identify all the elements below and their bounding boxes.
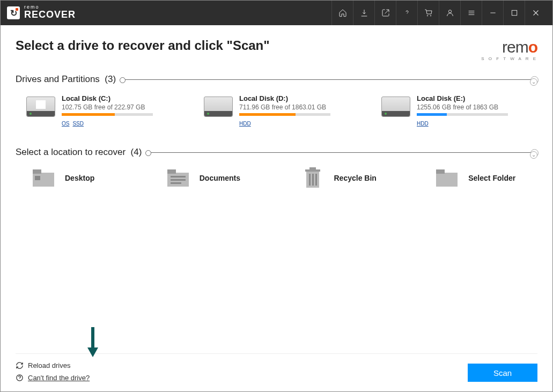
documents-folder-icon (166, 168, 190, 188)
locations-section-title: Select a location to recover (4) (16, 147, 142, 158)
menu-icon[interactable] (460, 1, 482, 25)
user-icon[interactable] (439, 1, 460, 25)
drive-tag[interactable]: OS (62, 121, 69, 127)
drives-section: Drives and Partitions (3) ⌄ Local Disk (… (16, 74, 537, 128)
drive-usage-bar (417, 113, 508, 116)
location-label: Desktop (65, 174, 94, 182)
drive-tag[interactable]: HDD (417, 121, 429, 127)
svg-rect-3 (35, 176, 40, 180)
drive-free: 1255.06 GB free of 1863 GB (417, 103, 537, 111)
chevron-down-icon[interactable]: ⌄ (530, 78, 537, 86)
svg-rect-14 (315, 174, 317, 186)
location-item[interactable]: Recycle Bin (301, 168, 403, 188)
drive-usage-bar (62, 113, 153, 116)
svg-rect-0 (512, 10, 517, 15)
drive-name: Local Disk (D:) (239, 94, 360, 102)
drive-name: Local Disk (E:) (417, 94, 537, 102)
svg-rect-12 (309, 174, 311, 186)
help-icon[interactable] (396, 1, 417, 25)
drive-free: 711.96 GB free of 1863.01 GB (239, 103, 360, 111)
app-window: ↻ remo RECOVER Select a drive to recover… (0, 0, 553, 392)
cart-icon[interactable] (417, 1, 439, 25)
drive-item[interactable]: Local Disk (C:) 102.75 GB free of 222.97… (26, 94, 182, 128)
reload-drives-link[interactable]: Reload drives (16, 361, 90, 369)
svg-rect-17 (91, 327, 94, 349)
drive-tag[interactable]: HDD (239, 121, 251, 127)
software-logo: remo S O F T W A R E (481, 38, 537, 61)
scan-button[interactable]: Scan (468, 364, 537, 382)
svg-rect-8 (171, 182, 181, 184)
svg-rect-15 (436, 173, 458, 187)
drive-icon (26, 97, 55, 117)
svg-rect-10 (305, 169, 320, 172)
brand-logo-icon: ↻ (7, 6, 20, 19)
svg-rect-5 (167, 169, 176, 174)
location-item[interactable]: Desktop (32, 168, 134, 188)
svg-rect-7 (171, 179, 186, 181)
drive-tags: HDD (239, 118, 360, 128)
drive-name: Local Disk (C:) (62, 94, 182, 102)
drive-tag[interactable]: SSD (72, 121, 84, 127)
drive-tags: OSSSD (62, 118, 182, 128)
page-title: Select a drive to recover and click "Sca… (16, 38, 270, 53)
content: Select a drive to recover and click "Sca… (1, 25, 552, 391)
download-icon[interactable] (353, 1, 374, 25)
location-item[interactable]: Documents (166, 168, 269, 188)
minimize-icon[interactable] (482, 1, 503, 25)
svg-rect-13 (312, 174, 314, 186)
cant-find-drive-link[interactable]: Can't find the drive? (16, 374, 90, 382)
folder-icon (435, 168, 459, 188)
svg-rect-2 (33, 169, 41, 174)
drive-item[interactable]: Local Disk (D:) 711.96 GB free of 1863.0… (204, 94, 360, 128)
locations-section: Select a location to recover (4) ⌄ Deskt… (16, 147, 537, 188)
drive-icon (204, 97, 233, 117)
export-icon[interactable] (374, 1, 396, 25)
svg-rect-11 (309, 167, 316, 169)
recycle-bin-icon (301, 168, 325, 188)
desktop-folder-icon (32, 168, 55, 188)
drive-icon (381, 97, 410, 117)
svg-rect-6 (171, 176, 186, 177)
maximize-icon[interactable] (503, 1, 525, 25)
titlebar: ↻ remo RECOVER (1, 1, 552, 25)
drive-item[interactable]: Local Disk (E:) 1255.06 GB free of 1863 … (381, 94, 537, 128)
drive-tags: HDD (417, 118, 537, 128)
drives-section-title: Drives and Partitions (3) (16, 74, 116, 85)
chevron-down-icon[interactable]: ⌄ (530, 151, 537, 159)
brand: ↻ remo RECOVER (7, 6, 76, 20)
location-label: Documents (200, 174, 240, 182)
footer: Reload drives Can't find the drive? Scan (16, 353, 537, 391)
home-icon[interactable] (331, 1, 353, 25)
close-icon[interactable] (525, 1, 546, 25)
location-item[interactable]: Select Folder (435, 168, 537, 188)
drive-usage-bar (239, 113, 330, 116)
brand-text: remo RECOVER (24, 6, 76, 20)
location-label: Recycle Bin (334, 174, 377, 182)
location-label: Select Folder (468, 174, 515, 182)
titlebar-actions (331, 1, 546, 25)
drive-free: 102.75 GB free of 222.97 GB (62, 103, 182, 111)
svg-rect-16 (436, 169, 445, 174)
